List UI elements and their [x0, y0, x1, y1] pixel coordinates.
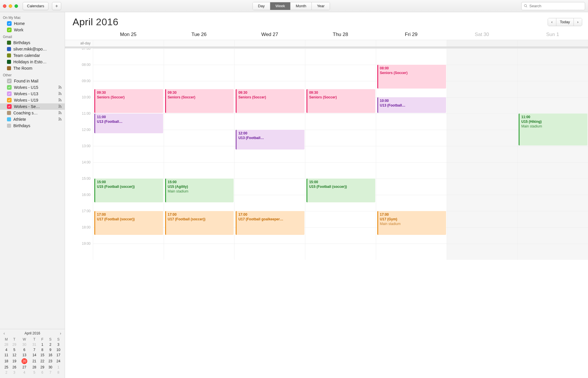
- day-column[interactable]: 09:30Seniors (Soccer)15:00U15 (Football …: [305, 48, 376, 260]
- search-field[interactable]: [521, 2, 585, 10]
- mini-day[interactable]: 14: [30, 352, 39, 358]
- mini-day[interactable]: 4: [2, 347, 10, 352]
- sidebar-calendar-item[interactable]: Athlete: [0, 116, 65, 123]
- sidebar-calendar-item[interactable]: Wolves - U15: [0, 84, 65, 91]
- calendar-event[interactable]: 11:00U13 (Football…: [94, 114, 163, 133]
- allday-cell[interactable]: [517, 40, 588, 46]
- calendar-checkbox[interactable]: [7, 79, 12, 83]
- mini-day[interactable]: 1: [38, 342, 46, 347]
- calendar-event[interactable]: 12:00U13 (Football…: [236, 130, 304, 150]
- calendar-event[interactable]: 09:30Seniors (Soccer): [306, 89, 375, 113]
- mini-day[interactable]: 1: [54, 365, 62, 370]
- mini-day[interactable]: 7: [46, 370, 55, 375]
- calendar-checkbox[interactable]: [7, 28, 12, 32]
- calendar-event[interactable]: 11:00U15 (Hiking)Main stadium: [519, 114, 587, 145]
- mini-day[interactable]: 3: [10, 370, 19, 375]
- mini-day[interactable]: 19: [10, 358, 19, 365]
- calendar-event[interactable]: 17:00U17 (Football (soccer)): [94, 211, 163, 235]
- mini-day[interactable]: 22: [38, 358, 46, 365]
- mini-day[interactable]: 29: [38, 365, 46, 370]
- mini-day[interactable]: 31: [30, 342, 39, 347]
- mini-day[interactable]: 27: [18, 365, 30, 370]
- view-year-button[interactable]: Year: [312, 2, 330, 10]
- calendar-checkbox[interactable]: [7, 21, 12, 26]
- calendar-event[interactable]: 09:30Seniors (Soccer): [94, 89, 163, 113]
- mini-day[interactable]: 8: [38, 347, 46, 352]
- mini-day[interactable]: 9: [46, 347, 55, 352]
- sidebar-calendar-item[interactable]: silver.mikk@spo…: [0, 46, 65, 52]
- sidebar-calendar-item[interactable]: Wolves - U19: [0, 97, 65, 103]
- minimize-icon[interactable]: [9, 4, 12, 8]
- sidebar-calendar-item[interactable]: Coaching s…: [0, 110, 65, 116]
- day-column[interactable]: 11:00U15 (Hiking)Main stadium: [517, 48, 588, 260]
- calendar-event[interactable]: 17:00U17 (Football (soccer)): [165, 211, 234, 235]
- mini-day[interactable]: 26: [10, 365, 19, 370]
- prev-week-button[interactable]: ‹: [548, 18, 556, 26]
- next-week-button[interactable]: ›: [574, 18, 582, 26]
- calendar-event[interactable]: 15:00U15 (Football (soccer)): [306, 179, 375, 202]
- sidebar-calendar-item[interactable]: Home: [0, 20, 65, 27]
- mini-day[interactable]: 28: [30, 365, 39, 370]
- today-button[interactable]: Today: [556, 18, 574, 26]
- view-week-button[interactable]: Week: [270, 2, 291, 10]
- allday-cell[interactable]: [447, 40, 517, 46]
- mini-day[interactable]: 18: [2, 358, 10, 365]
- sidebar-calendar-item[interactable]: Holidays in Esto…: [0, 59, 65, 65]
- calendar-event[interactable]: 15:00U15 (Football (soccer)): [94, 179, 163, 202]
- mini-day[interactable]: 2: [46, 342, 55, 347]
- calendar-checkbox[interactable]: [7, 85, 12, 90]
- mini-day[interactable]: 25: [2, 365, 10, 370]
- mini-day[interactable]: 20: [18, 358, 30, 365]
- mini-day[interactable]: 3: [54, 342, 62, 347]
- calendar-event[interactable]: 09:30Seniors (Soccer): [165, 89, 234, 113]
- mini-day[interactable]: 12: [10, 352, 19, 358]
- calendar-event[interactable]: 09:30Seniors (Soccer): [236, 89, 304, 113]
- sidebar-calendar-item[interactable]: Team calendar: [0, 52, 65, 59]
- mini-day[interactable]: 2: [2, 370, 10, 375]
- day-column[interactable]: 09:30Seniors (Soccer)11:00U13 (Football……: [93, 48, 164, 260]
- mini-next-button[interactable]: ›: [59, 331, 62, 336]
- mini-day[interactable]: 16: [46, 352, 55, 358]
- calendar-checkbox[interactable]: [7, 104, 12, 109]
- day-column[interactable]: [447, 48, 517, 260]
- mini-prev-button[interactable]: ‹: [2, 331, 6, 336]
- view-day-button[interactable]: Day: [253, 2, 270, 10]
- mini-day[interactable]: 23: [46, 358, 55, 365]
- mini-day[interactable]: 5: [10, 347, 19, 352]
- mini-day[interactable]: 17: [54, 352, 62, 358]
- mini-day[interactable]: 11: [2, 352, 10, 358]
- sidebar-calendar-item[interactable]: Found in Mail: [0, 78, 65, 84]
- calendar-event[interactable]: 17:00U17 (Gym)Main stadium: [377, 211, 446, 235]
- mini-day[interactable]: 6: [18, 347, 30, 352]
- zoom-icon[interactable]: [15, 4, 18, 8]
- mini-day[interactable]: 10: [54, 347, 62, 352]
- close-icon[interactable]: [3, 4, 6, 8]
- mini-day[interactable]: 4: [18, 370, 30, 375]
- add-event-button[interactable]: +: [52, 2, 61, 10]
- mini-day[interactable]: 15: [38, 352, 46, 358]
- calendar-event[interactable]: 08:00Seniors (Soccer): [377, 65, 446, 89]
- calendars-button[interactable]: Calendars: [23, 2, 48, 10]
- allday-cell[interactable]: [234, 40, 305, 46]
- allday-cell[interactable]: [93, 40, 164, 46]
- calendar-event[interactable]: 10:00U13 (Football…: [377, 97, 446, 113]
- day-column[interactable]: 08:00Seniors (Soccer)10:00U13 (Football……: [376, 48, 447, 260]
- day-column[interactable]: 09:30Seniors (Soccer)12:00U13 (Football……: [234, 48, 305, 260]
- mini-day[interactable]: 21: [30, 358, 39, 365]
- mini-day[interactable]: 30: [46, 365, 55, 370]
- allday-cell[interactable]: [305, 40, 376, 46]
- calendar-checkbox[interactable]: [7, 91, 12, 96]
- sidebar-calendar-item[interactable]: The Room: [0, 65, 65, 71]
- calendar-checkbox[interactable]: [7, 98, 12, 102]
- day-column[interactable]: 09:30Seniors (Soccer)15:00U15 (Agility)M…: [164, 48, 235, 260]
- mini-day[interactable]: 24: [54, 358, 62, 365]
- mini-day[interactable]: 8: [54, 370, 62, 375]
- sidebar-calendar-item[interactable]: Wolves - Se…: [0, 103, 65, 110]
- allday-cell[interactable]: [164, 40, 235, 46]
- mini-day[interactable]: 6: [38, 370, 46, 375]
- view-month-button[interactable]: Month: [291, 2, 312, 10]
- sidebar-calendar-item[interactable]: Wolves - U13: [0, 91, 65, 97]
- mini-day[interactable]: 13: [18, 352, 30, 358]
- mini-day[interactable]: 30: [18, 342, 30, 347]
- sidebar-calendar-item[interactable]: Birthdays: [0, 39, 65, 46]
